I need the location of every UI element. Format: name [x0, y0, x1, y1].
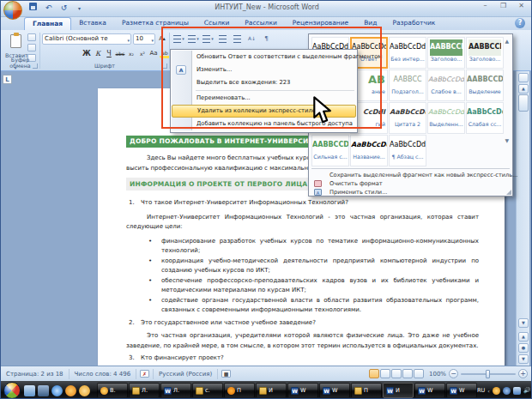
- cut-icon[interactable]: [27, 33, 36, 41]
- web-layout-view-icon[interactable]: [391, 369, 402, 378]
- menu-item-rename[interactable]: Переименовать...: [172, 92, 356, 105]
- help-icon[interactable]: ?: [515, 18, 525, 28]
- scroll-up-icon[interactable]: ▲: [518, 84, 529, 94]
- font-dialog-launcher[interactable]: [162, 63, 167, 69]
- taskbar-button[interactable]: И: [256, 383, 287, 398]
- previous-page-button[interactable]: ▲: [518, 332, 529, 342]
- increase-indent-button[interactable]: [231, 33, 244, 45]
- scrollbar-thumb[interactable]: [518, 94, 529, 112]
- show-marks-button[interactable]: ¶: [260, 33, 273, 45]
- zoom-out-button[interactable]: −: [449, 369, 458, 378]
- change-case-button[interactable]: Aa: [148, 48, 159, 59]
- style-item-vydelennaya-tsitata[interactable]: AaBbCcDdIВыделенн...: [427, 102, 465, 134]
- menu-item-remove-from-gallery[interactable]: Удалить из коллекции экспресс-стилей: [172, 105, 356, 118]
- taskbar-button[interactable]: WW: [287, 383, 318, 398]
- zoom-level[interactable]: 100%: [429, 371, 446, 378]
- network-icon[interactable]: [513, 387, 521, 395]
- tab-glavnaya[interactable]: Главная: [24, 17, 71, 30]
- outline-view-icon[interactable]: [402, 369, 413, 378]
- style-item-zagolovok-1[interactable]: ААВВССIЗаголово...: [427, 37, 465, 69]
- underline-button[interactable]: Ч: [104, 48, 114, 59]
- taskbar-button[interactable]: WW: [319, 383, 350, 398]
- bold-button[interactable]: Ж: [82, 48, 92, 59]
- taskbar-button[interactable]: с.: [192, 383, 223, 398]
- taskbar-button[interactable]: Л.: [129, 383, 160, 398]
- decrease-indent-button[interactable]: [216, 33, 229, 45]
- tab-razmetka[interactable]: Разметка страницы: [114, 17, 196, 30]
- menu-item-modify[interactable]: АИзменить...: [172, 63, 356, 76]
- media-player-icon[interactable]: [65, 385, 76, 396]
- close-button[interactable]: ✕: [515, 2, 528, 11]
- language-indicator[interactable]: Русский (Россия): [153, 369, 218, 379]
- italic-button[interactable]: К: [93, 48, 103, 59]
- next-page-button[interactable]: ▼: [518, 354, 529, 364]
- taskbar-button[interactable]: WW: [414, 383, 445, 398]
- tray-expand-icon[interactable]: ‹: [487, 388, 489, 394]
- taskbar-button[interactable]: П: [351, 383, 382, 398]
- subscript-button[interactable]: x₂: [126, 48, 136, 59]
- tab-ssylki[interactable]: Ссылки: [196, 17, 237, 30]
- spellcheck-icon[interactable]: ✗: [140, 370, 149, 378]
- vertical-scrollbar[interactable]: ▲ ▼ ▲ ● ▼: [516, 71, 529, 366]
- gallery-scroll-down-icon[interactable]: ▼: [505, 137, 509, 143]
- copy-icon[interactable]: [27, 44, 36, 51]
- multilevel-list-button[interactable]: ▾: [202, 33, 215, 45]
- restore-button[interactable]: ❒: [497, 2, 510, 11]
- clipboard-dialog-launcher[interactable]: [33, 63, 38, 69]
- numbering-button[interactable]: ▾: [187, 33, 200, 45]
- minimize-button[interactable]: –: [479, 2, 492, 11]
- style-item-zagolovok-2[interactable]: AABBCCIЗаголово...: [466, 37, 504, 69]
- print-layout-view-icon[interactable]: [369, 369, 379, 378]
- style-item-tsitata-2[interactable]: AaBbCcDdIЦитата 2: [389, 102, 426, 134]
- page-indicator[interactable]: Страница: 2 из 18: [1, 369, 70, 379]
- style-item-slaboe-vydelenie[interactable]: AaBbCcDdIСлабое в...: [427, 70, 465, 101]
- tab-stop-selector[interactable]: L: [3, 75, 12, 84]
- save-selection-as-style-item[interactable]: Сохранить выделенный фрагмент как новый …: [309, 171, 512, 179]
- draft-view-icon[interactable]: [414, 369, 424, 378]
- start-button[interactable]: [3, 382, 21, 399]
- fullscreen-view-icon[interactable]: [380, 369, 390, 378]
- zoom-in-button[interactable]: +: [518, 369, 528, 378]
- volume-icon[interactable]: 🔊: [523, 387, 531, 394]
- ie-icon[interactable]: [51, 385, 63, 396]
- menu-item-update-style[interactable]: Обновить Ответ в соответствии с выделенн…: [172, 51, 356, 63]
- ruler-toggle-button[interactable]: [518, 73, 529, 82]
- font-size-combobox[interactable]: 10 ▾: [133, 33, 155, 45]
- taskbar-button[interactable]: WЛ.: [160, 383, 191, 398]
- bullets-button[interactable]: ▾: [172, 33, 185, 45]
- style-item-vydelenie[interactable]: AABBCCDDВыделение: [466, 70, 504, 101]
- clear-formatting-item[interactable]: Очистить формат: [309, 179, 512, 188]
- gallery-scroll-up-icon[interactable]: ▲: [505, 38, 509, 44]
- superscript-button[interactable]: x²: [137, 48, 148, 59]
- tab-vstavka[interactable]: Вставка: [71, 17, 114, 30]
- style-item-abzats-spiska[interactable]: AaBbCcDdI¶ Абзац с...: [389, 135, 426, 166]
- select-browse-object-button[interactable]: ●: [518, 343, 529, 353]
- style-item-silnaya-ssylka[interactable]: AABBCCDDСильная с...: [311, 135, 349, 166]
- mail-icon[interactable]: [24, 385, 35, 396]
- tab-rassylki[interactable]: Рассылки: [237, 17, 285, 30]
- scroll-down-icon[interactable]: ▼: [518, 318, 529, 328]
- menu-item-select-all[interactable]: Выделить все вхождения: 223: [172, 76, 356, 89]
- taskbar-button[interactable]: П: [224, 383, 255, 398]
- taskbar-button-active[interactable]: WИ: [383, 383, 414, 398]
- style-item-bez-intervala[interactable]: AaBbCcDdIБез интер...: [389, 37, 426, 69]
- tab-razrabotchik[interactable]: Разработчик: [384, 17, 443, 30]
- office-button[interactable]: [3, 1, 22, 20]
- zoom-slider-thumb[interactable]: [486, 370, 490, 378]
- messenger-icon[interactable]: [79, 385, 90, 396]
- apply-styles-item[interactable]: AПрименить стили...: [309, 188, 512, 196]
- macro-record-icon[interactable]: ■: [221, 370, 231, 378]
- grow-font-button[interactable]: А▴: [157, 33, 167, 45]
- tab-vid[interactable]: Вид: [356, 17, 384, 30]
- sort-button[interactable]: А↓: [245, 33, 258, 45]
- zoom-slider[interactable]: [461, 373, 516, 375]
- style-item-slabaya-ssylka[interactable]: AaBbCcDdIСлабая сс...: [466, 102, 504, 134]
- font-name-combobox[interactable]: Calibri (Основной те ▾: [42, 33, 131, 45]
- tray-update-icon[interactable]: [503, 387, 511, 395]
- taskbar-button[interactable]: WW: [446, 383, 477, 398]
- tab-retsenzirovanie[interactable]: Рецензирование: [285, 17, 356, 30]
- menu-item-add-gallery-to-qat[interactable]: Добавить коллекцию на панель быстрого до…: [172, 118, 356, 130]
- style-item-podzagolovok[interactable]: AABBCCПодзагол...: [389, 70, 426, 101]
- tray-clock-icon[interactable]: [493, 387, 500, 395]
- keyboard-language[interactable]: RU: [477, 387, 485, 394]
